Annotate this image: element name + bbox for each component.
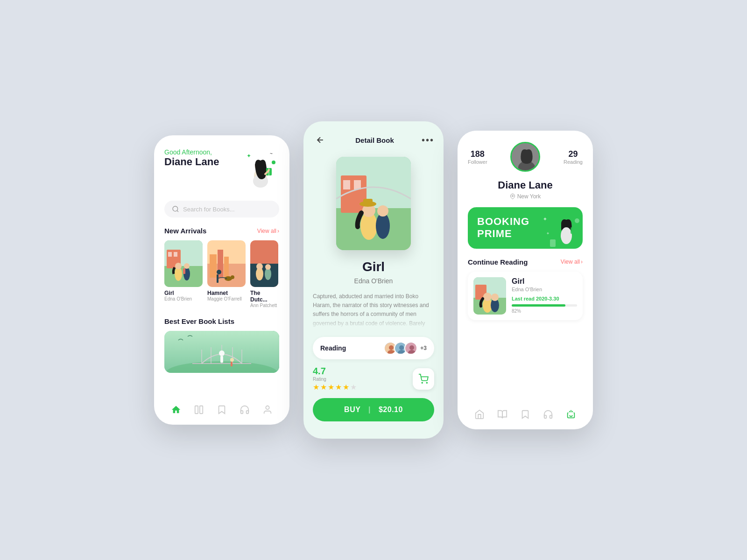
phone1-header: Good Afternoon, Diane Lane ✦ ~: [164, 148, 279, 192]
book-card-hamnet[interactable]: Hamnet Maggie O'Farrell: [207, 240, 246, 308]
buy-button[interactable]: BUY | $20.10: [313, 398, 434, 421]
svg-point-82: [575, 218, 579, 223]
continue-reading-title: Continue Reading: [468, 258, 528, 266]
cart-button[interactable]: [413, 368, 434, 390]
book-cover-girl: [164, 240, 203, 287]
continue-view-all[interactable]: View all ›: [561, 259, 583, 265]
svg-rect-22: [210, 254, 217, 278]
booking-prime-banner[interactable]: BookingPrime ✦: [468, 207, 583, 249]
nav3-headphones[interactable]: [543, 409, 554, 420]
back-button[interactable]: [313, 133, 328, 147]
book-cover-dutch: [250, 240, 278, 287]
progress-bar-bg: [512, 304, 577, 307]
phone3: 188 Follower 29 Reading: [458, 131, 593, 429]
svg-point-89: [483, 293, 492, 301]
svg-point-91: [491, 294, 499, 301]
book1-title: Girl: [164, 290, 203, 296]
follower-label: Follower: [468, 159, 487, 165]
booking-prime-label: BookingPrime: [477, 216, 529, 240]
stars-row: ★ ★ ★ ★ ★ ★: [313, 383, 357, 392]
star6-empty: ★: [350, 383, 357, 392]
book-cover-hamnet: [207, 240, 246, 287]
star2: ★: [320, 383, 327, 392]
rating-label: Rating: [313, 377, 357, 382]
profile-avatar[interactable]: [510, 142, 540, 172]
new-arrivals-title: New Arrivals: [164, 227, 206, 235]
rating-value: 4.7: [313, 366, 326, 377]
svg-point-28: [231, 275, 234, 279]
nav3-home[interactable]: [474, 409, 485, 420]
booking-illustration: ✦ ✦: [541, 211, 578, 249]
readers-plus: +3: [420, 345, 427, 351]
book-main-author: Edna O'Brien: [313, 277, 434, 285]
buy-price: $20.10: [379, 406, 403, 413]
rating-section: 4.7 Rating ★ ★ ★ ★ ★ ★: [313, 366, 357, 392]
svg-rect-81: [550, 239, 556, 247]
svg-text:✦: ✦: [247, 153, 251, 159]
phone1: Good Afternoon, Diane Lane ✦ ~: [154, 135, 289, 425]
svg-rect-44: [220, 356, 223, 363]
follower-count: 188: [468, 149, 487, 159]
view-all-button[interactable]: View all ›: [257, 228, 279, 234]
svg-rect-26: [217, 274, 218, 283]
svg-point-76: [512, 196, 513, 197]
last-read: Last read 2020-3.30: [512, 296, 577, 301]
nav-person[interactable]: [262, 404, 273, 415]
star1: ★: [313, 383, 319, 392]
svg-point-59: [377, 205, 388, 217]
svg-point-49: [266, 406, 269, 409]
book-card-girl[interactable]: Girl Edna O'Brien: [164, 240, 203, 308]
nav-book[interactable]: [193, 404, 204, 415]
nav-bookmark[interactable]: [216, 404, 227, 415]
svg-point-8: [173, 206, 178, 211]
book-card-dutch[interactable]: The Dutc... Ann Patchett: [250, 240, 278, 308]
svg-rect-19: [183, 268, 185, 274]
continue-book-cover: [473, 277, 506, 315]
progress-percent: 82%: [512, 308, 577, 314]
search-placeholder: Search for Books...: [183, 206, 235, 213]
book1-author: Edna O'Brien: [164, 296, 203, 301]
bottom-nav-3: [468, 402, 583, 429]
rating-cart-row: 4.7 Rating ★ ★ ★ ★ ★ ★: [313, 366, 434, 392]
nav-headphones[interactable]: [239, 404, 250, 415]
svg-point-16: [175, 263, 182, 269]
svg-rect-46: [231, 362, 233, 366]
reading-stat-label: Reading: [564, 159, 583, 165]
svg-rect-47: [195, 406, 198, 414]
svg-point-34: [265, 264, 271, 270]
svg-point-18: [184, 263, 190, 269]
svg-point-25: [217, 270, 221, 274]
book-row: Girl Edna O'Brien: [164, 240, 279, 308]
svg-point-79: [561, 227, 572, 244]
book2-title: Hamnet: [207, 290, 246, 296]
reading-label: Reading: [320, 344, 346, 352]
continue-reading-card[interactable]: Girl Edna O'Brien Last read 2020-3.30 82…: [468, 272, 583, 320]
buy-label: BUY: [344, 406, 360, 413]
nav3-person[interactable]: [565, 409, 577, 420]
book2-author: Maggie O'Farrell: [207, 296, 246, 301]
star3: ★: [328, 383, 334, 392]
book-cover-large: [336, 157, 411, 250]
svg-point-43: [219, 350, 225, 356]
phone2: Detail Book •••: [303, 121, 444, 439]
nav3-bookmark[interactable]: [520, 409, 531, 420]
more-options-button[interactable]: •••: [422, 135, 434, 146]
header-illustration: ✦ ~: [242, 148, 279, 192]
svg-point-66: [399, 345, 404, 350]
bottom-nav: [164, 398, 279, 425]
search-bar[interactable]: Search for Books...: [164, 201, 279, 217]
svg-text:✦: ✦: [546, 231, 550, 236]
nav-home[interactable]: [170, 404, 182, 415]
nav3-book[interactable]: [497, 409, 508, 420]
star4: ★: [335, 383, 342, 392]
continue-title: Girl: [512, 277, 577, 286]
svg-rect-24: [224, 257, 229, 278]
svg-point-7: [272, 161, 275, 164]
continue-book-info: Girl Edna O'Brien Last read 2020-3.30 82…: [512, 277, 577, 315]
best-ever-image[interactable]: [164, 331, 279, 373]
star5-half: ★: [343, 383, 349, 392]
profile-location: New York: [468, 193, 583, 200]
follower-stat: 188 Follower: [468, 149, 487, 165]
svg-rect-48: [200, 406, 203, 414]
reading-count: 29: [564, 149, 583, 159]
